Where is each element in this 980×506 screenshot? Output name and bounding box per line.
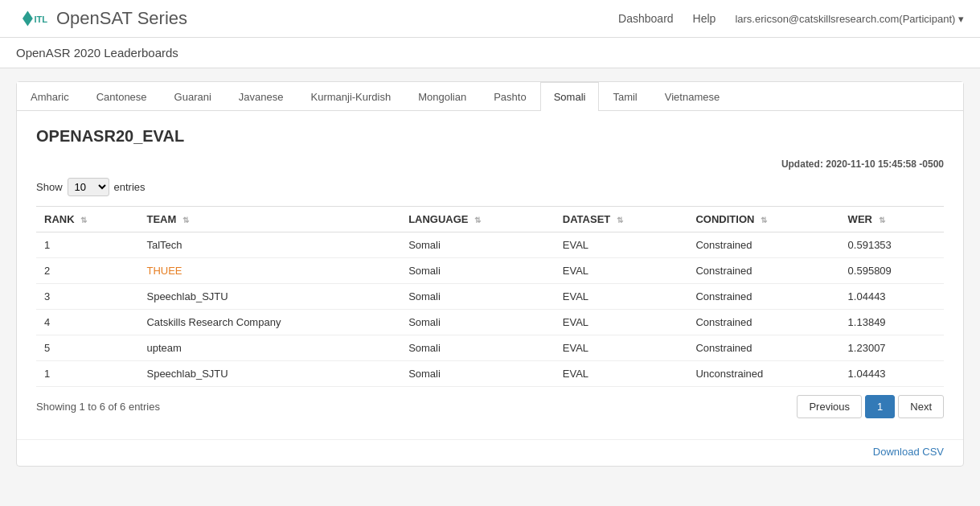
pagination: Previous 1 Next (797, 395, 944, 418)
cell-team: TalTech (138, 232, 400, 258)
showing-text: Showing 1 to 6 of 6 entries (36, 401, 160, 413)
col-language[interactable]: LANGUAGE ⇅ (400, 207, 555, 232)
table-row: 3Speechlab_SJTUSomaliEVALConstrained1.04… (36, 284, 944, 310)
tabs-container: AmharicCantoneseGuaraniJavaneseKurmanji-… (17, 82, 963, 111)
cell-language: Somali (400, 232, 555, 258)
cell-wer: 1.13849 (840, 310, 944, 335)
show-label: Show (36, 181, 63, 193)
tab-vietnamese[interactable]: Vietnamese (651, 82, 733, 111)
cell-rank: 5 (36, 335, 138, 361)
svg-text:ITL: ITL (34, 14, 47, 24)
cell-rank: 3 (36, 284, 138, 310)
col-dataset[interactable]: DATASET ⇅ (555, 207, 688, 232)
entries-label: entries (114, 181, 146, 193)
tab-javanese[interactable]: Javanese (225, 82, 297, 111)
leaderboard-title: OPENASR20_EVAL (36, 127, 944, 146)
cell-condition: Constrained (687, 232, 839, 258)
cell-team: Speechlab_SJTU (138, 361, 400, 387)
cell-language: Somali (400, 361, 555, 387)
cell-wer: 1.04443 (840, 361, 944, 387)
cell-team: upteam (138, 335, 400, 361)
col-rank[interactable]: RANK ⇅ (36, 207, 138, 232)
cell-condition: Constrained (687, 310, 839, 335)
updated-label: Updated: (781, 158, 823, 170)
cell-condition: Constrained (687, 258, 839, 284)
table-wrapper: RANK ⇅ TEAM ⇅ LANGUAGE ⇅ DATASET ⇅ CONDI… (36, 206, 944, 387)
col-team[interactable]: TEAM ⇅ (138, 207, 400, 232)
col-wer[interactable]: WER ⇅ (840, 207, 944, 232)
leaderboard-table: RANK ⇅ TEAM ⇅ LANGUAGE ⇅ DATASET ⇅ CONDI… (36, 206, 944, 387)
table-row: 1Speechlab_SJTUSomaliEVALUnconstrained1.… (36, 361, 944, 387)
tab-panel: AmharicCantoneseGuaraniJavaneseKurmanji-… (16, 81, 964, 467)
cell-wer: 0.591353 (840, 232, 944, 258)
nav-help[interactable]: Help (693, 12, 716, 25)
page-title-bar: OpenASR 2020 Leaderboards (0, 38, 980, 68)
main-content: AmharicCantoneseGuaraniJavaneseKurmanji-… (0, 68, 980, 479)
cell-team: Catskills Research Company (138, 310, 400, 335)
header: ITL OpenSAT Series Dashboard Help lars.e… (0, 0, 980, 38)
app-title: OpenSAT Series (56, 8, 187, 29)
download-csv-link[interactable]: Download CSV (873, 446, 944, 458)
table-row: 2THUEESomaliEVALConstrained0.595809 (36, 258, 944, 284)
cell-dataset: EVAL (555, 361, 688, 387)
tab-kurmanji-kurdish[interactable]: Kurmanji-Kurdish (297, 82, 404, 111)
page-1-button[interactable]: 1 (865, 395, 895, 418)
cell-wer: 1.23007 (840, 335, 944, 361)
cell-wer: 1.04443 (840, 284, 944, 310)
cell-wer: 0.595809 (840, 258, 944, 284)
updated-text: Updated: 2020-11-10 15:45:58 -0500 (36, 158, 944, 170)
cell-condition: Constrained (687, 284, 839, 310)
cell-rank: 2 (36, 258, 138, 284)
table-row: 5upteamSomaliEVALConstrained1.23007 (36, 335, 944, 361)
svg-marker-0 (23, 10, 33, 26)
cell-rank: 1 (36, 361, 138, 387)
cell-rank: 1 (36, 232, 138, 258)
cell-language: Somali (400, 258, 555, 284)
cell-team: Speechlab_SJTU (138, 284, 400, 310)
nav-dashboard[interactable]: Dashboard (618, 12, 674, 25)
tab-pashto[interactable]: Pashto (480, 82, 539, 111)
cell-dataset: EVAL (555, 284, 688, 310)
user-menu[interactable]: lars.ericson@catskillsresearch.com(Parti… (735, 13, 964, 25)
cell-condition: Constrained (687, 335, 839, 361)
header-left: ITL OpenSAT Series (16, 6, 187, 31)
leaderboard-content: OPENASR20_EVAL Updated: 2020-11-10 15:45… (17, 111, 963, 439)
cell-rank: 4 (36, 310, 138, 335)
table-header-row: RANK ⇅ TEAM ⇅ LANGUAGE ⇅ DATASET ⇅ CONDI… (36, 207, 944, 232)
table-row: 1TalTechSomaliEVALConstrained0.591353 (36, 232, 944, 258)
download-row: Download CSV (17, 439, 963, 466)
table-row: 4Catskills Research CompanySomaliEVALCon… (36, 310, 944, 335)
team-link[interactable]: THUEE (146, 265, 182, 277)
header-nav: Dashboard Help lars.ericson@catskillsres… (618, 12, 964, 25)
cell-condition: Unconstrained (687, 361, 839, 387)
tab-guarani[interactable]: Guarani (161, 82, 225, 111)
cell-dataset: EVAL (555, 232, 688, 258)
logo-icon: ITL (16, 6, 48, 31)
cell-language: Somali (400, 335, 555, 361)
entries-select[interactable]: 10 25 50 100 (68, 178, 109, 196)
tab-amharic[interactable]: Amharic (17, 82, 83, 111)
page-title: OpenASR 2020 Leaderboards (16, 46, 178, 60)
cell-language: Somali (400, 310, 555, 335)
tab-cantonese[interactable]: Cantonese (83, 82, 161, 111)
cell-dataset: EVAL (555, 335, 688, 361)
table-footer: Showing 1 to 6 of 6 entries Previous 1 N… (36, 387, 944, 423)
cell-dataset: EVAL (555, 258, 688, 284)
cell-team[interactable]: THUEE (138, 258, 400, 284)
tab-somali[interactable]: Somali (540, 82, 600, 111)
previous-button[interactable]: Previous (797, 395, 862, 418)
show-entries: Show 10 25 50 100 entries (36, 178, 944, 196)
tab-tamil[interactable]: Tamil (599, 82, 650, 111)
next-button[interactable]: Next (898, 395, 944, 418)
cell-dataset: EVAL (555, 310, 688, 335)
tab-mongolian[interactable]: Mongolian (404, 82, 480, 111)
cell-language: Somali (400, 284, 555, 310)
updated-value: 2020-11-10 15:45:58 -0500 (826, 158, 944, 170)
col-condition[interactable]: CONDITION ⇅ (687, 207, 839, 232)
